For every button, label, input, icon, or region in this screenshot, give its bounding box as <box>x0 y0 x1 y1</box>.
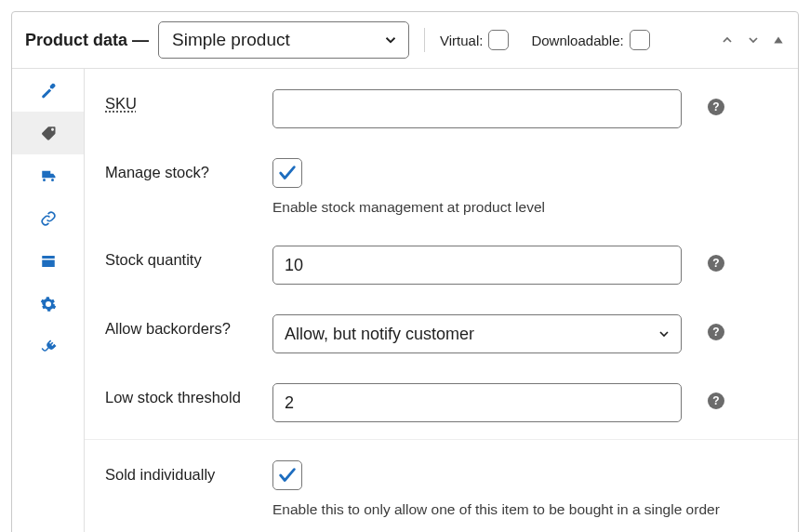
downloadable-toggle-group: Downloadable: <box>531 30 649 50</box>
manage-stock-checkbox[interactable] <box>272 158 302 188</box>
move-up-icon[interactable] <box>720 33 735 47</box>
product-type-select[interactable]: Simple product <box>158 21 409 59</box>
stock-quantity-input[interactable] <box>272 246 682 285</box>
virtual-checkbox[interactable] <box>488 30 509 50</box>
form-area: SKU ? Manage stock? <box>85 69 798 532</box>
low-stock-input[interactable] <box>272 383 682 422</box>
product-type-value: Simple product <box>172 30 290 49</box>
backorders-value: Allow, but notify customer <box>285 325 474 343</box>
help-icon[interactable]: ? <box>708 255 724 272</box>
sku-row: SKU ? <box>85 73 798 141</box>
tab-shipping[interactable] <box>12 154 84 197</box>
sku-label: SKU <box>105 95 137 112</box>
virtual-toggle-group: Virtual: <box>440 30 509 50</box>
sold-individually-label: Sold individually <box>105 460 272 484</box>
plug-icon <box>40 339 57 355</box>
downloadable-label: Downloadable: <box>531 33 623 48</box>
help-icon[interactable]: ? <box>708 99 724 115</box>
stock-quantity-row: Stock quantity ? <box>85 229 798 298</box>
side-tabs <box>12 69 85 532</box>
sold-individually-row: Sold individually Enable this to only al… <box>85 444 798 531</box>
link-icon <box>40 210 57 227</box>
check-icon <box>277 465 298 485</box>
tab-attributes[interactable] <box>12 240 84 283</box>
product-data-panel: Product data — Simple product Virtual: D… <box>11 11 799 532</box>
low-stock-row: Low stock threshold ? <box>85 366 798 435</box>
tab-advanced[interactable] <box>12 283 84 326</box>
help-icon[interactable]: ? <box>708 392 724 409</box>
panel-title: Product data — <box>25 31 149 50</box>
manage-stock-label: Manage stock? <box>105 158 272 181</box>
sold-individually-checkbox[interactable] <box>272 460 302 490</box>
low-stock-label: Low stock threshold <box>105 383 272 406</box>
panel-body: SKU ? Manage stock? <box>12 69 798 532</box>
panel-reorder-controls <box>720 33 785 47</box>
wrench-icon <box>40 82 57 99</box>
truck-icon <box>40 167 57 184</box>
move-down-icon[interactable] <box>746 33 761 47</box>
collapse-icon[interactable] <box>772 33 785 47</box>
backorders-row: Allow backorders? Allow, but notify cust… <box>85 298 798 366</box>
sku-input[interactable] <box>272 89 682 128</box>
manage-stock-description: Enable stock management at product level <box>272 199 777 216</box>
divider <box>424 28 425 52</box>
backorders-label: Allow backorders? <box>105 314 272 338</box>
tab-linked-products[interactable] <box>12 197 84 240</box>
tag-icon <box>40 125 57 141</box>
gear-icon <box>40 296 57 313</box>
tab-inventory[interactable] <box>12 112 84 154</box>
browser-icon <box>40 253 57 270</box>
manage-stock-row: Manage stock? Enable stock management at… <box>85 141 798 229</box>
panel-header: Product data — Simple product Virtual: D… <box>12 12 798 69</box>
virtual-label: Virtual: <box>440 33 483 48</box>
stock-quantity-label: Stock quantity <box>105 246 272 269</box>
backorders-select[interactable]: Allow, but notify customer <box>272 314 682 353</box>
tab-general[interactable] <box>12 69 84 112</box>
chevron-down-icon <box>657 326 671 341</box>
chevron-down-icon <box>382 32 399 48</box>
downloadable-checkbox[interactable] <box>630 30 650 50</box>
check-icon <box>277 163 298 183</box>
sold-individually-description: Enable this to only allow one of this it… <box>272 501 777 518</box>
tab-plugin[interactable] <box>12 326 84 368</box>
help-icon[interactable]: ? <box>708 324 724 340</box>
